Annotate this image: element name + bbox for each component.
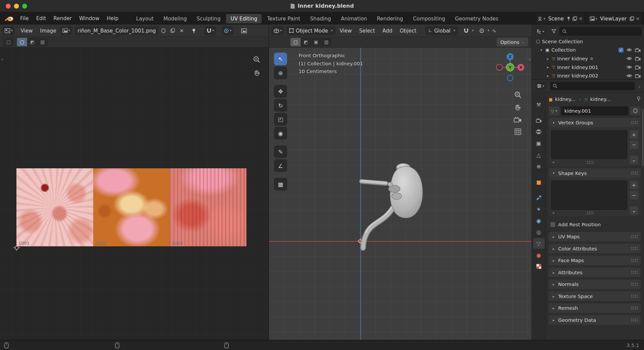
kidney-model[interactable] (353, 161, 429, 253)
properties-scrollbar[interactable] (642, 109, 644, 166)
tab-rendering[interactable]: Rendering (372, 14, 408, 23)
tab-sculpting[interactable]: Sculpting (192, 14, 225, 23)
add-cube-tool-button[interactable]: ▦ (274, 178, 287, 190)
panel-grip-icon[interactable] (631, 247, 638, 250)
face-maps-panel-header[interactable]: ▸ Face Maps (549, 256, 641, 265)
select-mode-lasso-button[interactable]: ▥ (321, 38, 332, 47)
add-rest-position-label[interactable]: Add Rest Position (558, 222, 601, 227)
uv-sticky-select-button[interactable]: ▢ (3, 38, 14, 47)
list-filter-expand-icon[interactable]: ▸ (553, 160, 554, 164)
uv-canvas[interactable]: › 1001 1002 1003 (0, 48, 269, 340)
hide-eye-icon[interactable] (626, 65, 632, 69)
list-resize-grip-icon[interactable] (587, 160, 594, 164)
snap-magnet-icon[interactable] (462, 26, 470, 35)
mesh-data-name-field[interactable]: kidney.001 (561, 106, 629, 115)
output-tab-icon[interactable] (533, 126, 544, 137)
disclosure-closed-icon[interactable]: ▸ (546, 56, 550, 60)
outliner-row-object[interactable]: ▸ ▽ Inner kidney ⚙ (532, 54, 644, 63)
zoom-icon[interactable] (253, 56, 260, 63)
outliner-row-scene-collection[interactable]: ▢ Scene Collection (532, 37, 644, 46)
gizmo-x-negative[interactable] (496, 64, 502, 70)
editor-type-outliner-button[interactable]: ▾ (534, 27, 546, 36)
tab-modeling[interactable]: Modeling (159, 14, 192, 23)
viewlayer-tab-icon[interactable]: ▣ (533, 138, 544, 149)
physics-tab-icon[interactable]: ◉ (533, 215, 544, 226)
pin-id-icon[interactable] (637, 96, 641, 102)
viewlayer-icon[interactable]: ▾ (590, 16, 597, 20)
browse-image-icon[interactable]: ▾ (60, 26, 72, 35)
hide-eye-icon[interactable] (626, 57, 632, 60)
uv-overlays-icon[interactable] (240, 26, 248, 35)
vertex-groups-panel-header[interactable]: ▾ Vertex Groups (549, 118, 641, 127)
add-vertex-group-button[interactable]: + (630, 130, 638, 139)
properties-search-input[interactable] (559, 83, 632, 90)
breadcrumb-object[interactable]: kidney... (555, 97, 576, 102)
world-tab-icon[interactable]: ⊕ (533, 161, 544, 172)
close-window-button[interactable] (6, 3, 11, 8)
rotate-tool-button[interactable]: ↻ (274, 99, 287, 112)
mode-selector[interactable]: Object Mode ▾ (286, 26, 335, 35)
blender-logo-icon[interactable] (5, 15, 14, 21)
shape-keys-panel-header[interactable]: ▾ Shape Keys (549, 168, 641, 178)
select-box-tool-button[interactable]: ↖ (274, 53, 287, 65)
unlink-image-icon[interactable]: ✕ (177, 26, 185, 35)
viewport-canvas[interactable]: Front Orthographic (1) Collection | kidn… (269, 48, 531, 340)
outliner-search-input[interactable] (569, 28, 639, 35)
editor-type-uv-button[interactable]: ▾ (2, 26, 15, 35)
disable-render-camera-icon[interactable] (635, 65, 641, 69)
vertex-groups-list[interactable] (551, 130, 627, 159)
panel-grip-icon[interactable] (631, 306, 638, 310)
move-tool-button[interactable]: ✥ (274, 85, 287, 98)
scene-collection-label[interactable]: Scene Collection (542, 38, 583, 44)
udim-tile-1002[interactable]: 1002 (93, 168, 170, 246)
new-image-icon[interactable] (169, 26, 177, 35)
udim-tile-1003[interactable]: 1003 (170, 168, 247, 246)
list-filter-expand-icon[interactable]: ▸ (553, 211, 554, 215)
minimize-window-button[interactable] (14, 3, 19, 8)
add-shape-key-button[interactable]: + (630, 181, 638, 189)
camera-view-icon[interactable] (514, 117, 522, 123)
menu-window[interactable]: Window (75, 12, 103, 25)
pan-hand-icon[interactable] (253, 70, 260, 77)
particles-tab-icon[interactable]: ∗ (533, 203, 544, 214)
shape-key-specials-icon[interactable]: ⌄ (630, 206, 638, 215)
panel-grip-icon[interactable] (631, 294, 638, 298)
add-rest-position-checkbox[interactable] (550, 222, 555, 227)
uv-select-edge-button[interactable]: ◩ (27, 38, 38, 47)
outliner-row-collection[interactable]: ▾ ▣ Collection ✓ (532, 46, 644, 54)
object-label[interactable]: Inner kidney.002 (557, 73, 598, 78)
fake-user-shield-button[interactable] (630, 106, 641, 115)
scene-tab-icon[interactable]: △ (533, 150, 544, 160)
tab-animation[interactable]: Animation (336, 14, 372, 23)
outliner-row-object[interactable]: ▸ ▽ Inner kidney.001 (532, 63, 644, 71)
pan-hand-icon[interactable] (514, 104, 521, 111)
attributes-panel-header[interactable]: ▸ Attributes (549, 268, 641, 277)
tab-texture-paint[interactable]: Texture Paint (263, 14, 305, 23)
properties-options-icon[interactable]: ⌄ (638, 84, 641, 88)
scale-tool-button[interactable]: ◰ (274, 113, 287, 126)
uv-toolbar-expand-icon[interactable]: › (1, 57, 3, 62)
scene-name[interactable]: Scene (547, 15, 565, 21)
uv-snapping-icon[interactable]: ▾ (205, 26, 216, 35)
snap-dropdown-icon[interactable]: ▾ (472, 29, 474, 33)
panel-grip-icon[interactable] (631, 171, 638, 175)
tab-shading[interactable]: Shading (306, 14, 335, 23)
tool-tab-icon[interactable]: ⚒ (533, 99, 544, 110)
toggle-grid-icon[interactable] (515, 128, 521, 135)
vp-menu-add[interactable]: Add (379, 24, 395, 37)
viewport-sidebar-expand-icon[interactable]: ‹ (529, 57, 531, 62)
disable-render-camera-icon[interactable] (635, 74, 641, 78)
transform-orientation-selector[interactable]: ∟ Global ▾ (425, 26, 458, 35)
uv-menu-image[interactable]: Image (37, 24, 60, 37)
menu-file[interactable]: File (16, 12, 33, 25)
pin-scene-icon[interactable] (567, 16, 570, 20)
remove-shape-key-button[interactable]: − (630, 191, 638, 199)
measure-tool-button[interactable]: ∠ (274, 159, 287, 172)
browse-mesh-data-button[interactable]: ▽ ▾ (549, 106, 559, 115)
panel-grip-icon[interactable] (631, 271, 638, 274)
disable-render-camera-icon[interactable] (635, 56, 641, 60)
transform-tool-button[interactable]: ◉ (274, 127, 287, 139)
collection-checkbox[interactable]: ✓ (619, 47, 624, 52)
uv-proportional-edit-icon[interactable]: ▾ (222, 26, 233, 35)
object-label[interactable]: Inner kidney (557, 56, 588, 61)
